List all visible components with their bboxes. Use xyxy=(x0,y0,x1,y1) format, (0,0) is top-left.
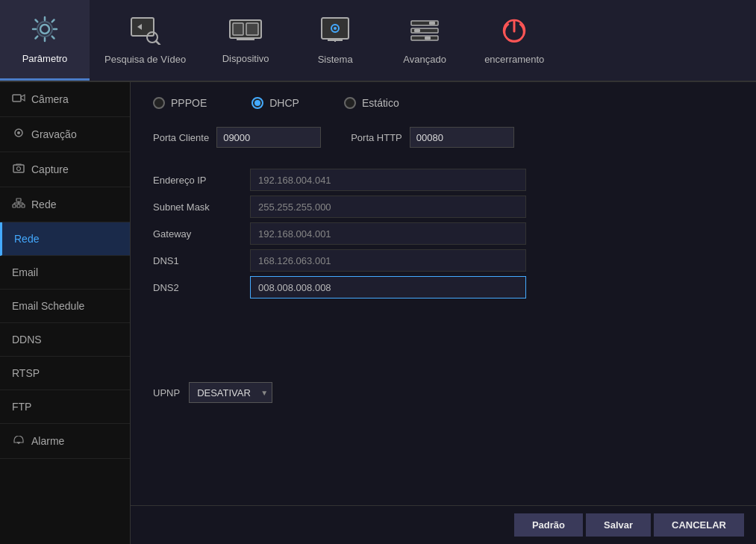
nav-sistema-label: Sistema xyxy=(318,54,353,65)
sidebar-item-capture[interactable]: Capture xyxy=(0,152,130,187)
sidebar-email-label: Email xyxy=(12,266,38,278)
sidebar-item-alarme[interactable]: Alarme xyxy=(0,424,130,459)
power-icon xyxy=(500,16,528,49)
radio-dhcp-circle xyxy=(252,97,263,109)
alarm-icon xyxy=(12,434,25,448)
upnp-select-wrap: DESATIVAR ATIVAR xyxy=(189,382,272,403)
field-row-dns1: DNS1 xyxy=(153,249,734,272)
field-label-gateway: Gateway xyxy=(153,228,250,240)
camera-icon xyxy=(12,93,25,106)
svg-rect-6 xyxy=(233,23,243,35)
upnp-label: UPNP xyxy=(153,387,180,398)
svg-rect-27 xyxy=(16,198,21,201)
svg-rect-28 xyxy=(13,204,16,207)
sidebar-item-camera[interactable]: Câmera xyxy=(0,82,130,117)
upnp-row: UPNP DESATIVAR ATIVAR xyxy=(153,375,734,403)
sidebar-item-gravacao[interactable]: Gravação xyxy=(0,117,130,152)
field-row-dns2: DNS2 xyxy=(153,276,734,298)
porta-http-input[interactable] xyxy=(410,127,514,148)
sidebar-item-ddns[interactable]: DDNS xyxy=(0,323,130,357)
svg-line-4 xyxy=(156,41,160,45)
nav-encerramento-label: encerramento xyxy=(484,54,544,65)
sidebar-item-rede-parent[interactable]: Rede xyxy=(0,187,130,222)
recording-icon xyxy=(12,128,25,141)
nav-parametro-label: Parâmetro xyxy=(22,53,68,64)
svg-point-11 xyxy=(334,27,337,30)
nav-dispositivo[interactable]: Dispositivo xyxy=(201,0,290,81)
porta-http-field: Porta HTTP xyxy=(351,127,514,148)
sidebar-item-email-schedule[interactable]: Email Schedule xyxy=(0,290,130,323)
field-label-ip: Endereço IP xyxy=(153,175,250,186)
nav-sistema[interactable]: Sistema xyxy=(290,0,380,81)
nav-dispositivo-label: Dispositivo xyxy=(222,53,269,64)
radio-estatico[interactable]: Estático xyxy=(344,97,399,109)
svg-rect-25 xyxy=(13,165,24,172)
sidebar-alarme-label: Alarme xyxy=(31,435,64,447)
sidebar-item-rtsp[interactable]: RTSP xyxy=(0,357,130,390)
system-icon xyxy=(320,16,350,49)
field-input-subnet[interactable] xyxy=(250,196,526,218)
svg-point-24 xyxy=(17,131,20,134)
default-button[interactable]: Padrão xyxy=(514,513,583,537)
sidebar-item-rede[interactable]: Rede xyxy=(0,222,130,256)
nav-encerramento[interactable]: encerramento xyxy=(469,0,559,81)
svg-rect-30 xyxy=(22,204,25,207)
top-navigation: Parâmetro Pesquisa de Vídeo Dispositivo xyxy=(0,0,756,82)
radio-dhcp-label: DHCP xyxy=(269,97,299,109)
field-input-ip[interactable] xyxy=(250,169,526,191)
field-label-subnet: Subnet Mask xyxy=(153,201,250,213)
advanced-icon xyxy=(410,16,440,49)
field-input-gateway[interactable] xyxy=(250,222,526,245)
porta-cliente-input[interactable] xyxy=(216,127,321,148)
field-input-dns1[interactable] xyxy=(250,249,526,272)
sidebar-item-ftp[interactable]: FTP xyxy=(0,390,130,424)
save-button[interactable]: Salvar xyxy=(586,513,651,537)
sidebar-item-email[interactable]: Email xyxy=(0,256,130,290)
main-panel: PPPOE DHCP Estático Porta Cliente Porta … xyxy=(131,82,756,544)
field-row-subnet: Subnet Mask xyxy=(153,196,734,218)
capture-icon xyxy=(12,163,25,176)
svg-rect-18 xyxy=(414,29,420,32)
sidebar-email-schedule-label: Email Schedule xyxy=(12,300,84,312)
field-input-dns2[interactable] xyxy=(250,276,526,298)
porta-cliente-field: Porta Cliente xyxy=(153,127,321,148)
nav-avancado-label: Avançado xyxy=(403,54,446,65)
network-icon xyxy=(12,198,25,211)
gear-icon xyxy=(30,14,60,49)
radio-pppoe-circle xyxy=(153,97,165,109)
svg-rect-22 xyxy=(13,95,21,101)
field-label-dns1: DNS1 xyxy=(153,255,250,266)
svg-rect-17 xyxy=(429,22,435,25)
radio-pppoe[interactable]: PPPOE xyxy=(153,97,207,109)
svg-point-0 xyxy=(40,25,49,34)
sidebar: Câmera Gravação Capture xyxy=(0,82,131,544)
network-fields: Endereço IP Subnet Mask Gateway DNS1 DNS… xyxy=(153,169,734,303)
cancel-button[interactable]: CANCELAR xyxy=(654,513,744,537)
sidebar-ftp-label: FTP xyxy=(12,401,31,413)
video-search-icon xyxy=(130,16,161,49)
upnp-select[interactable]: DESATIVAR ATIVAR xyxy=(189,382,272,403)
sidebar-rede-label: Rede xyxy=(14,233,39,245)
radio-estatico-label: Estático xyxy=(362,97,399,109)
field-row-gateway: Gateway xyxy=(153,222,734,245)
sidebar-capture-label: Capture xyxy=(31,163,69,175)
radio-dhcp[interactable]: DHCP xyxy=(252,97,299,109)
radio-estatico-circle xyxy=(344,97,356,109)
nav-parametro[interactable]: Parâmetro xyxy=(0,0,90,81)
porta-cliente-label: Porta Cliente xyxy=(153,132,209,143)
svg-point-26 xyxy=(17,167,21,171)
svg-rect-7 xyxy=(246,23,258,35)
nav-pesquisa[interactable]: Pesquisa de Vídeo xyxy=(90,0,201,81)
sidebar-rtsp-label: RTSP xyxy=(12,367,40,379)
bottom-buttons: Padrão Salvar CANCELAR xyxy=(131,505,756,544)
field-row-ip: Endereço IP xyxy=(153,169,734,191)
device-icon xyxy=(229,17,262,49)
port-row: Porta Cliente Porta HTTP xyxy=(153,127,734,148)
nav-avancado[interactable]: Avançado xyxy=(380,0,469,81)
field-label-dns2: DNS2 xyxy=(153,282,250,293)
porta-http-label: Porta HTTP xyxy=(351,132,402,143)
radio-pppoe-label: PPPOE xyxy=(171,97,207,109)
svg-rect-29 xyxy=(17,204,20,207)
sidebar-gravacao-label: Gravação xyxy=(31,128,77,140)
connection-type-row: PPPOE DHCP Estático xyxy=(153,97,734,109)
